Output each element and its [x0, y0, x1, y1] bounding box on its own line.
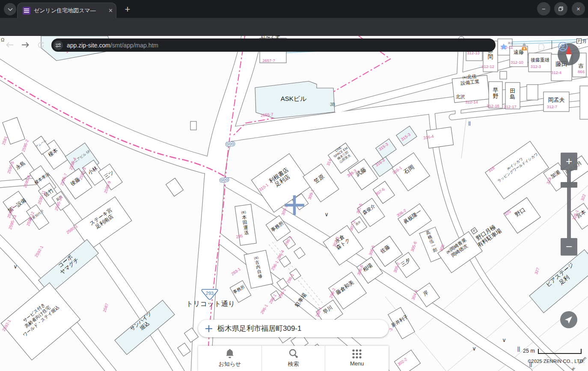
building — [178, 343, 190, 356]
map-label: ∨ — [13, 263, 18, 270]
window-minimize-button[interactable]: − — [537, 2, 550, 15]
building — [504, 197, 540, 233]
zoom-out-button[interactable]: − — [561, 238, 577, 256]
extensions-button[interactable] — [534, 40, 547, 53]
restore-icon — [558, 6, 564, 12]
map-label: ∨ — [502, 337, 506, 343]
robot-icon — [520, 42, 529, 51]
map-label: 312-3 — [531, 64, 541, 69]
nav-item-notifications[interactable]: お知らせ — [198, 346, 261, 371]
map-label: 312-10 — [511, 60, 523, 65]
tab-close-icon[interactable]: × — [109, 7, 113, 14]
url-text: app.zip-site.com/smt/app/map.htm — [67, 42, 158, 49]
browser-tab[interactable]: ゼンリン住宅地図スマ— × — [17, 3, 116, 18]
profile-button[interactable] — [556, 40, 569, 53]
url-path: /smt/app/map.htm — [110, 42, 158, 49]
new-tab-button[interactable]: + — [122, 3, 134, 15]
screen: { "browser": { "tab": {"title": "ゼンリン住宅地… — [0, 0, 588, 371]
tab-search-button[interactable] — [4, 3, 16, 15]
map-scale: 25 m — [523, 348, 582, 354]
url-bar[interactable]: app.zip-site.com/smt/app/map.htm — [51, 38, 496, 52]
building — [166, 178, 184, 197]
map-label: 312-17 — [504, 104, 517, 109]
map-label: 309-1 — [307, 188, 315, 200]
grid-menu-icon — [351, 348, 362, 359]
window-close-button[interactable]: × — [572, 2, 585, 15]
nav-item-menu[interactable]: Menu — [325, 346, 389, 371]
building — [190, 121, 196, 130]
browser-menu-button[interactable] — [573, 40, 585, 53]
bookmark-star-icon — [500, 43, 508, 50]
map-label: -3 — [388, 327, 393, 333]
map-label: 305-6 — [410, 241, 418, 252]
map-copyright: ©2025 ZENRIN CO., LTD. — [526, 359, 585, 364]
map-label: 327 — [534, 267, 540, 275]
zenrin-favicon — [23, 7, 30, 15]
map-label: 312-4 — [551, 70, 561, 75]
scale-bracket — [538, 349, 582, 354]
map-label: || — [517, 345, 520, 352]
map-label: ASKビル — [281, 95, 307, 102]
scale-label: 25 m — [523, 348, 535, 354]
building — [500, 71, 507, 79]
search-address-value: 栃木県足利市福居町309-1 — [217, 324, 301, 333]
chevron-down-icon — [8, 8, 13, 11]
zoom-in-button[interactable]: + — [561, 153, 577, 170]
site-settings-icon[interactable] — [53, 41, 63, 50]
bottom-nav: お知らせ 検索 Menu — [198, 346, 389, 371]
map-label: 早野 — [493, 87, 499, 99]
zoom-slider-track[interactable] — [567, 170, 571, 238]
window-restore-button[interactable] — [554, 2, 567, 15]
nav-label-menu: Menu — [350, 360, 364, 367]
map-label: 312-7 — [547, 104, 557, 109]
current-location-button[interactable] — [560, 311, 577, 328]
map-label: ∨ — [324, 211, 329, 218]
map-label: 296-1 — [259, 303, 269, 315]
zoom-slider-handle[interactable] — [561, 182, 577, 188]
plus-crosshair-icon — [205, 325, 213, 333]
building — [527, 85, 538, 100]
building — [580, 86, 588, 119]
nav-item-search[interactable]: 検索 — [261, 346, 325, 371]
building — [294, 247, 305, 259]
map-label: 312-14 — [465, 100, 478, 104]
map-label: 322 — [580, 193, 587, 201]
map-label: 岡孟夫 — [548, 97, 565, 103]
bell-icon — [224, 348, 235, 359]
map-label: トリコット通り — [186, 300, 235, 307]
forward-arrow-icon — [21, 42, 29, 48]
map-label: 866 — [578, 69, 585, 74]
profile-icon — [558, 41, 568, 52]
tab-strip: ゼンリン住宅地図スマ— × + − × — [0, 0, 588, 18]
back-arrow-icon — [6, 42, 14, 48]
map-label: 296-1 — [270, 260, 279, 271]
map-label: 2592-1 — [34, 245, 44, 258]
url-host: app.zip-site.com — [67, 42, 110, 49]
puzzle-icon — [537, 43, 545, 51]
map-label: 田島 — [510, 88, 516, 100]
map-label: 312-16 — [487, 103, 499, 108]
address-search-bar[interactable]: 栃木県足利市福居町309-1 — [198, 320, 389, 337]
building — [529, 53, 552, 72]
traffic-signal-symbol — [226, 141, 235, 147]
reload-icon — [37, 41, 45, 49]
map-label: 2587 — [102, 303, 110, 313]
extension-robot-button[interactable] — [518, 40, 531, 53]
back-button[interactable] — [3, 38, 16, 51]
map-label: 312-12 — [481, 64, 494, 69]
map-label: || — [468, 121, 471, 126]
navigation-arrow-icon — [564, 315, 573, 324]
map-label: 野口月極有料駐車場 — [472, 222, 502, 248]
reload-button[interactable] — [34, 38, 47, 51]
bookmark-button[interactable] — [497, 40, 510, 53]
nav-label-notifications: お知らせ — [218, 360, 241, 368]
parking-symbol: P — [471, 227, 477, 234]
map-label: ∨ — [472, 345, 476, 352]
nav-label-search: 検索 — [288, 360, 299, 368]
map-label: 293-1 — [230, 267, 241, 277]
forward-button[interactable] — [19, 38, 32, 51]
search-icon — [288, 348, 299, 359]
tab-title: ゼンリン住宅地図スマ— — [34, 7, 105, 15]
svg-text:293: 293 — [206, 291, 214, 296]
map-label: 2581 — [1, 135, 9, 146]
